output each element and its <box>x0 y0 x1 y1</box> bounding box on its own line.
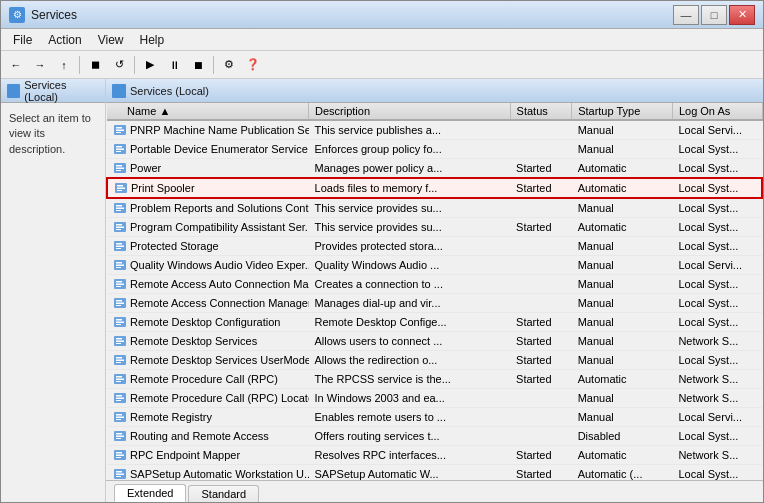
svg-rect-27 <box>116 248 121 249</box>
service-icon <box>113 201 127 215</box>
table-row[interactable]: Program Compatibility Assistant Ser...Th… <box>107 218 762 237</box>
toolbar-refresh[interactable]: ↺ <box>108 54 130 76</box>
service-desc-cell: Enables remote users to ... <box>309 408 511 427</box>
service-name-text: PNRP Machine Name Publication Se... <box>130 124 309 136</box>
services-table[interactable]: Name ▲ Description Status Startup Type L… <box>106 103 763 480</box>
toolbar-sep-1 <box>79 56 80 74</box>
tab-standard[interactable]: Standard <box>188 485 259 502</box>
table-row[interactable]: Remote RegistryEnables remote users to .… <box>107 408 762 427</box>
svg-rect-61 <box>116 414 122 416</box>
service-name-text: Routing and Remote Access <box>130 430 269 442</box>
service-desc-cell: The RPCSS service is the... <box>309 370 511 389</box>
service-name-cell: Remote Desktop Configuration <box>107 313 309 332</box>
service-icon <box>113 296 127 310</box>
table-row[interactable]: Remote Desktop Services UserMode...Allow… <box>107 351 762 370</box>
svg-rect-5 <box>116 146 122 148</box>
toolbar-stop2[interactable]: ⏹ <box>187 54 209 76</box>
service-name-cell: Program Compatibility Assistant Ser... <box>107 218 309 237</box>
service-desc-cell: Quality Windows Audio ... <box>309 256 511 275</box>
service-icon <box>113 123 127 137</box>
toolbar-pause[interactable]: ⏸ <box>163 54 185 76</box>
svg-rect-49 <box>116 357 122 359</box>
table-row[interactable]: Remote Desktop ServicesAllows users to c… <box>107 332 762 351</box>
menu-view[interactable]: View <box>90 31 132 49</box>
service-logon-cell: Local Servi... <box>672 120 762 140</box>
service-startup-cell: Automatic <box>572 370 673 389</box>
service-desc-cell: In Windows 2003 and ea... <box>309 389 511 408</box>
table-row[interactable]: Remote Access Connection ManagerManages … <box>107 294 762 313</box>
service-logon-cell: Local Servi... <box>672 408 762 427</box>
service-name-cell: PNRP Machine Name Publication Se... <box>107 120 309 140</box>
table-row[interactable]: Remote Access Auto Connection Ma...Creat… <box>107 275 762 294</box>
service-icon <box>113 142 127 156</box>
toolbar-stop[interactable]: ◼ <box>84 54 106 76</box>
service-status-cell: Started <box>510 313 572 332</box>
service-startup-cell: Manual <box>572 351 673 370</box>
service-name-cell: Routing and Remote Access <box>107 427 309 446</box>
service-logon-cell: Local Syst... <box>672 313 762 332</box>
service-desc-cell: This service provides su... <box>309 198 511 218</box>
tab-extended[interactable]: Extended <box>114 484 186 502</box>
svg-rect-63 <box>116 419 121 420</box>
service-status-cell: Started <box>510 178 572 198</box>
toolbar-play[interactable]: ▶ <box>139 54 161 76</box>
svg-rect-31 <box>116 267 121 268</box>
svg-rect-51 <box>116 362 121 363</box>
service-desc-cell: Manages power policy a... <box>309 159 511 179</box>
service-status-cell <box>510 237 572 256</box>
service-status-cell <box>510 198 572 218</box>
service-logon-cell: Local Servi... <box>672 256 762 275</box>
minimize-button[interactable]: — <box>673 5 699 25</box>
table-row[interactable]: Routing and Remote AccessOffers routing … <box>107 427 762 446</box>
close-button[interactable]: ✕ <box>729 5 755 25</box>
table-row[interactable]: PowerManages power policy a...StartedAut… <box>107 159 762 179</box>
table-row[interactable]: RPC Endpoint MapperResolves RPC interfac… <box>107 446 762 465</box>
svg-rect-58 <box>116 398 124 400</box>
table-row[interactable]: PNRP Machine Name Publication Se...This … <box>107 120 762 140</box>
svg-rect-6 <box>116 149 124 151</box>
services-tbody: PNRP Machine Name Publication Se...This … <box>107 120 762 480</box>
col-status[interactable]: Status <box>510 103 572 120</box>
service-name-cell: SAPSetup Automatic Workstation U... <box>107 465 309 481</box>
window-controls: — □ ✕ <box>673 5 755 25</box>
svg-rect-69 <box>116 452 122 454</box>
col-logon[interactable]: Log On As <box>672 103 762 120</box>
service-status-cell <box>510 389 572 408</box>
service-name-cell: Remote Access Auto Connection Ma... <box>107 275 309 294</box>
service-status-cell: Started <box>510 351 572 370</box>
table-row[interactable]: Remote Desktop ConfigurationRemote Deskt… <box>107 313 762 332</box>
col-startup[interactable]: Startup Type <box>572 103 673 120</box>
table-row[interactable]: Remote Procedure Call (RPC) LocatorIn Wi… <box>107 389 762 408</box>
toolbar-properties[interactable]: ⚙ <box>218 54 240 76</box>
col-name[interactable]: Name ▲ <box>107 103 309 120</box>
toolbar-forward[interactable]: → <box>29 54 51 76</box>
service-name-text: Program Compatibility Assistant Ser... <box>130 221 309 233</box>
service-name-cell: Portable Device Enumerator Service <box>107 140 309 159</box>
tab-bar: Extended Standard <box>106 480 763 502</box>
toolbar-up[interactable]: ↑ <box>53 54 75 76</box>
table-row[interactable]: Quality Windows Audio Video Exper...Qual… <box>107 256 762 275</box>
maximize-button[interactable]: □ <box>701 5 727 25</box>
table-row[interactable]: Print SpoolerLoads files to memory f...S… <box>107 178 762 198</box>
service-desc-cell: Loads files to memory f... <box>309 178 511 198</box>
service-name-cell: Print Spooler <box>107 178 309 198</box>
menu-file[interactable]: File <box>5 31 40 49</box>
service-name-text: Quality Windows Audio Video Exper... <box>130 259 309 271</box>
svg-rect-2 <box>116 130 124 132</box>
col-description[interactable]: Description <box>309 103 511 120</box>
toolbar-back[interactable]: ← <box>5 54 27 76</box>
svg-rect-21 <box>116 224 122 226</box>
table-row[interactable]: Protected StorageProvides protected stor… <box>107 237 762 256</box>
menu-help[interactable]: Help <box>132 31 173 49</box>
table-row[interactable]: Remote Procedure Call (RPC)The RPCSS ser… <box>107 370 762 389</box>
svg-rect-7 <box>116 151 121 152</box>
table-row[interactable]: SAPSetup Automatic Workstation U...SAPSe… <box>107 465 762 481</box>
service-name-cell: Remote Access Connection Manager <box>107 294 309 313</box>
table-row[interactable]: Portable Device Enumerator ServiceEnforc… <box>107 140 762 159</box>
toolbar-help[interactable]: ❓ <box>242 54 264 76</box>
svg-rect-34 <box>116 284 124 286</box>
right-panel-header: Services (Local) <box>106 79 763 103</box>
service-name-cell: Problem Reports and Solutions Cont... <box>107 198 309 218</box>
menu-action[interactable]: Action <box>40 31 89 49</box>
table-row[interactable]: Problem Reports and Solutions Cont...Thi… <box>107 198 762 218</box>
